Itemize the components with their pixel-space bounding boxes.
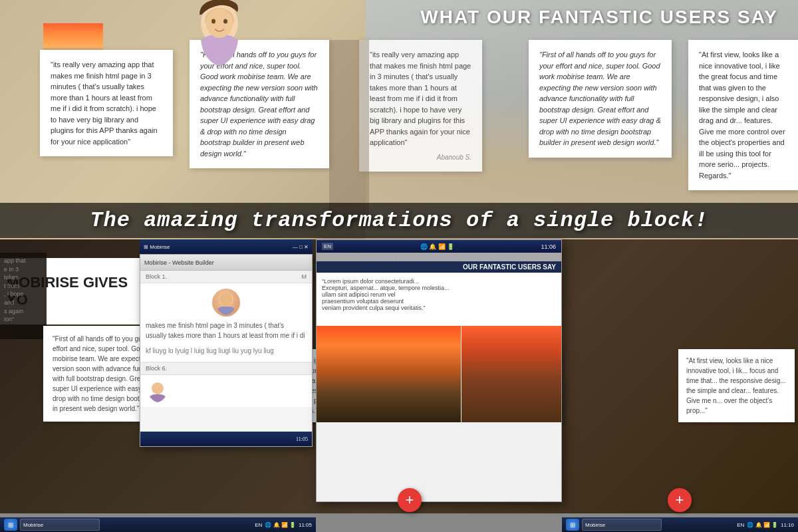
- editor-content-area: makes me finish html page in 3 minutes (…: [140, 283, 312, 362]
- editor-window[interactable]: Mobirise - Website Builder Block 1. M ma…: [140, 254, 313, 447]
- taskbar1-right: EN 🌐 🔔 📶 🔋 11:05: [255, 522, 312, 528]
- taskbar2-right: EN 🌐 🔔 📶 🔋 11:10: [737, 522, 794, 528]
- browser-landscape-2: [462, 326, 561, 422]
- editor-app-bar-right: — □ ✕: [293, 244, 309, 250]
- svg-point-3: [211, 19, 215, 24]
- taskbar2-left: ⊞ Mobirise: [566, 519, 662, 531]
- main-browser-window[interactable]: EN 🌐 🔔 📶 🔋 11:06 Shape your future web p…: [316, 239, 562, 502]
- block1-m: M: [302, 273, 307, 280]
- block6-bar: Block 6.: [140, 362, 312, 375]
- right-testimonial-2-text: "At first view, looks like a nice innova…: [686, 357, 786, 414]
- taskbar2-app[interactable]: Mobirise: [582, 519, 662, 531]
- partial-text-left: app thate in 3takest from, i hopeands ag…: [0, 253, 47, 328]
- main-title-section: The amazing transformations of a single …: [0, 203, 798, 238]
- testimonial-text-3: "its really very amazing app that makes …: [370, 51, 471, 146]
- svg-point-7: [152, 382, 164, 394]
- main-title-text: The amazing transformations of a single …: [90, 208, 708, 233]
- block6-label: Block 6.: [146, 365, 167, 372]
- browser-section-header: OUR FANTASTIC USERS SAY: [463, 263, 556, 271]
- taskbar1-start[interactable]: ⊞: [4, 519, 17, 531]
- browser-lorem: “Lorem ipsum dolor consecteturadi...Exce…: [322, 278, 556, 311]
- browser-icons: 🌐 🔔 📶 🔋: [420, 243, 455, 250]
- testimonial-card-5: "At first view, looks like a nice innova…: [688, 40, 798, 190]
- testimonial-text-1: "its really very amazing app that makes …: [51, 61, 158, 146]
- block1-bar: Block 1. M: [140, 271, 312, 283]
- taskbar1-left: ⊞ Mobirise: [4, 519, 100, 531]
- editor-app-bar: ⊞ Mobirise — □ ✕: [140, 239, 313, 254]
- red-plus-button-2[interactable]: +: [668, 488, 692, 512]
- browser-landscapes: [317, 326, 561, 422]
- browser-section-title: OUR FANTASTIC USERS SAY: [317, 261, 561, 273]
- editor-gibberish: kf liuyg lo lyuig l luig liug liugl liu …: [146, 346, 307, 356]
- browser-header: EN 🌐 🔔 📶 🔋 11:06: [317, 240, 561, 253]
- browser-time-1: 11:06: [541, 243, 556, 250]
- editor-text-content: makes me finish html page in 3 minutes (…: [146, 322, 305, 339]
- browser-sub-text: Shape your future web project with sharp…: [358, 254, 520, 260]
- taskbar1-icons: 🌐 🔔 📶 🔋: [265, 522, 296, 528]
- testimonial-text-4: "First of all hands off to you guys for …: [539, 51, 661, 146]
- editor-avatar-1: [212, 289, 240, 317]
- taskbar2-start[interactable]: ⊞: [566, 519, 579, 531]
- taskbar2-icons: 🌐 🔔 📶 🔋: [747, 522, 778, 528]
- bottom-taskbar-1: ⊞ Mobirise EN 🌐 🔔 📶 🔋 11:05: [0, 517, 316, 532]
- editor-bottom-taskbar: 11:05: [140, 432, 312, 446]
- red-plus-button-1[interactable]: +: [398, 488, 422, 512]
- header-title: WHAT OUR FANTASTIC USERS SAY: [420, 7, 778, 28]
- block6-content: [140, 375, 312, 407]
- plus-icon-2: +: [676, 493, 684, 507]
- testimonial-text-5: "At first view, looks like a nice innova…: [699, 51, 785, 180]
- taskbar2-time: 11:10: [781, 522, 794, 528]
- editor-gibberish-text: kf liuyg lo lyuig l luig liug liugl liu …: [146, 347, 274, 354]
- dark-overlay-left: app thate in 3takest from, i hopeands ag…: [0, 253, 47, 339]
- right-testimonial-2: "At first view, looks like a nice innova…: [678, 349, 795, 422]
- svg-point-4: [223, 19, 227, 24]
- reviewer-name-3: Abanoub S.: [370, 152, 471, 162]
- header-title-text: WHAT OUR FANTASTIC USERS SAY: [420, 7, 778, 27]
- semi-transparent-overlay: [329, 40, 369, 223]
- bottom-taskbar-2: ⊞ Mobirise EN 🌐 🔔 📶 🔋 11:10: [562, 517, 798, 532]
- person-avatar-top: [190, 0, 249, 73]
- taskbar1-lang: EN: [255, 522, 262, 528]
- testimonial-card-4: "First of all hands off to you guys for …: [529, 40, 672, 158]
- testimonial-card-1: "its really very amazing app that makes …: [40, 50, 173, 156]
- taskbar1-time: 11:05: [299, 522, 312, 528]
- editor-taskbar-time: 11:05: [296, 436, 308, 442]
- browser-landscape-1: [317, 326, 461, 422]
- testimonial-card-3: "its really very amazing app that makes …: [359, 40, 482, 172]
- browser-lang: EN: [322, 243, 333, 250]
- taskbar2-lang: EN: [737, 522, 744, 528]
- plus-icon-1: +: [406, 493, 414, 507]
- editor-avatar-2: [146, 379, 170, 403]
- browser-header-sub: Shape your future web project with sharp…: [317, 253, 561, 261]
- taskbar1-app[interactable]: Mobirise: [20, 519, 100, 531]
- editor-title-text: Mobirise - Website Builder: [144, 259, 214, 266]
- editor-app-bar-left: ⊞ Mobirise: [144, 244, 170, 250]
- editor-main-text: makes me finish html page in 3 minutes (…: [146, 321, 307, 340]
- block1-label: Block 1.: [146, 273, 167, 280]
- browser-card-content: “Lorem ipsum dolor consecteturadi...Exce…: [317, 273, 561, 326]
- svg-point-6: [220, 293, 232, 306]
- editor-titlebar: Mobirise - Website Builder: [140, 255, 312, 271]
- svg-point-2: [206, 9, 233, 38]
